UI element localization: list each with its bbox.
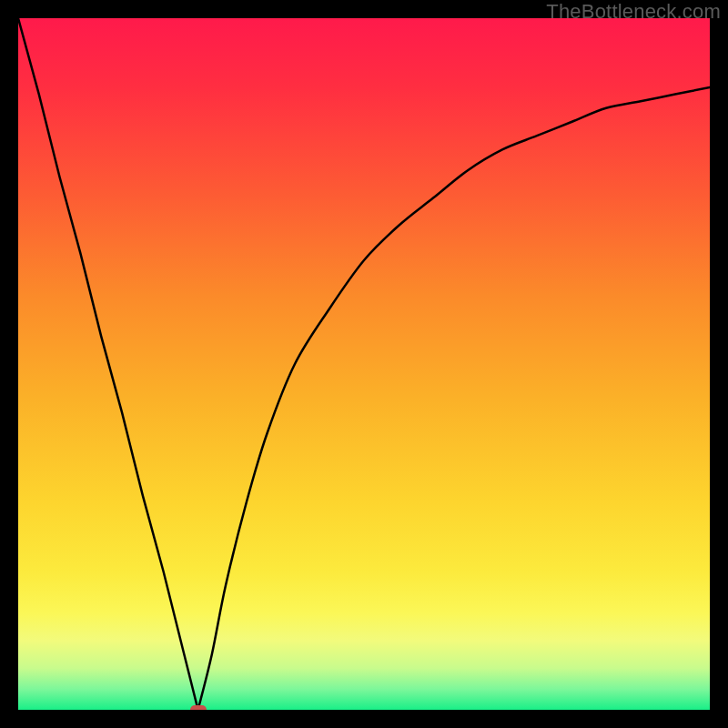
minimum-marker bbox=[190, 705, 207, 710]
plot-area bbox=[18, 18, 710, 710]
watermark-text: TheBottleneck.com bbox=[546, 0, 721, 24]
bottleneck-curve bbox=[18, 18, 710, 710]
chart-frame: TheBottleneck.com bbox=[0, 0, 728, 728]
